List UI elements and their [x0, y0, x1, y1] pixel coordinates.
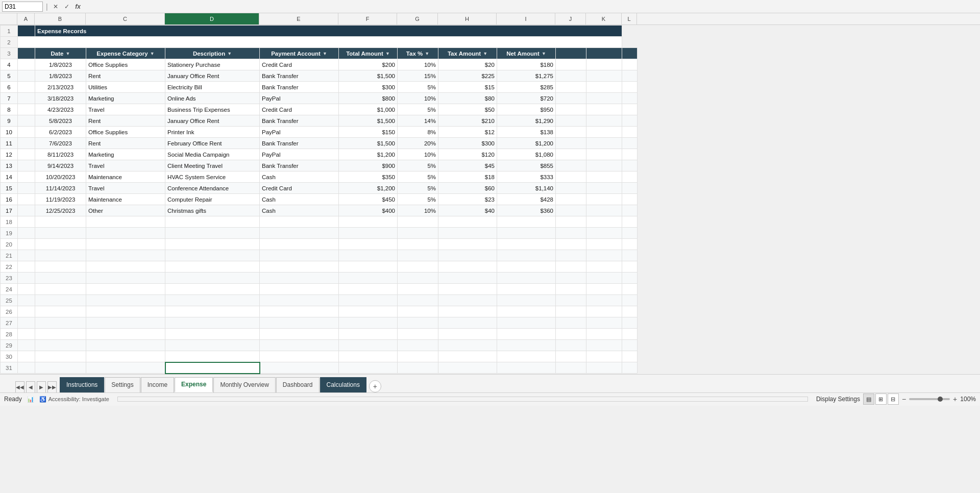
cell-15-tax-pct[interactable]: 5% — [398, 183, 438, 194]
cell-28-1[interactable] — [35, 329, 86, 340]
cell-29-4[interactable] — [260, 340, 339, 351]
zoom-slider[interactable] — [909, 398, 950, 400]
cell-7-date[interactable]: 3/18/2023 — [35, 93, 86, 104]
cell-8-k[interactable] — [586, 104, 622, 115]
cell-18-6[interactable] — [398, 216, 438, 228]
cell-6-tax-pct[interactable]: 5% — [398, 82, 438, 93]
cell-13-total[interactable]: $900 — [339, 160, 398, 171]
cell-21-3[interactable] — [165, 250, 260, 261]
cell-8-net[interactable]: $950 — [497, 104, 556, 115]
cell-29-5[interactable] — [339, 340, 398, 351]
cell-28-8[interactable] — [497, 329, 556, 340]
cell-29-11[interactable] — [622, 340, 638, 351]
cell-22-5[interactable] — [339, 261, 398, 273]
cell-5-a[interactable] — [18, 70, 35, 82]
add-sheet-button[interactable]: + — [369, 380, 381, 392]
cell-22-3[interactable] — [165, 261, 260, 273]
cell-17-j[interactable] — [556, 205, 586, 216]
cell-9-total[interactable]: $1,500 — [339, 115, 398, 127]
cell-27-10[interactable] — [586, 317, 622, 329]
cell-10-category[interactable]: Office Supplies — [86, 127, 165, 138]
cell-7-net[interactable]: $720 — [497, 93, 556, 104]
cell-24-4[interactable] — [260, 284, 339, 295]
cell-6-net[interactable]: $285 — [497, 82, 556, 93]
cell-6-l[interactable] — [622, 82, 638, 93]
cell-11-tax-amt[interactable]: $300 — [438, 138, 497, 149]
cell-6-tax-amt[interactable]: $15 — [438, 82, 497, 93]
cell-24-0[interactable] — [18, 284, 35, 295]
cell-28-4[interactable] — [260, 329, 339, 340]
header-description[interactable]: Description▼ — [165, 48, 260, 59]
cell-26-8[interactable] — [497, 306, 556, 317]
cell-22-1[interactable] — [35, 261, 86, 273]
cell-7-l[interactable] — [622, 93, 638, 104]
cell-21-2[interactable] — [86, 250, 165, 261]
col-header-b[interactable]: B — [35, 13, 86, 24]
tax-amt-dropdown-icon[interactable]: ▼ — [483, 51, 487, 56]
cell-8-tax-pct[interactable]: 5% — [398, 104, 438, 115]
cell-14-a[interactable] — [18, 171, 35, 183]
cell-12-tax-pct[interactable]: 10% — [398, 149, 438, 160]
cell-12-total[interactable]: $1,200 — [339, 149, 398, 160]
cell-29-2[interactable] — [86, 340, 165, 351]
cell-26-1[interactable] — [35, 306, 86, 317]
cell-31-11[interactable] — [622, 362, 638, 374]
cell-12-a[interactable] — [18, 149, 35, 160]
cell-12-j[interactable] — [556, 149, 586, 160]
cell-24-9[interactable] — [556, 284, 586, 295]
cell-8-date[interactable]: 4/23/2023 — [35, 104, 86, 115]
cell-30-10[interactable] — [586, 351, 622, 362]
cell-19-3[interactable] — [165, 228, 260, 239]
cell-6-payment[interactable]: Bank Transfer — [260, 82, 339, 93]
col-header-j[interactable]: J — [555, 13, 586, 24]
cell-10-description[interactable]: Printer Ink — [165, 127, 260, 138]
cell-28-0[interactable] — [18, 329, 35, 340]
cell-25-1[interactable] — [35, 295, 86, 306]
tab-settings[interactable]: Settings — [105, 377, 140, 392]
cell-13-net[interactable]: $855 — [497, 160, 556, 171]
cell-22-2[interactable] — [86, 261, 165, 273]
cell-10-date[interactable]: 6/2/2023 — [35, 127, 86, 138]
cell-7-tax-pct[interactable]: 10% — [398, 93, 438, 104]
cell-10-payment[interactable]: PayPal — [260, 127, 339, 138]
cell-17-total[interactable]: $400 — [339, 205, 398, 216]
cell-6-a[interactable] — [18, 82, 35, 93]
cell-23-5[interactable] — [339, 273, 398, 284]
cell-19-1[interactable] — [35, 228, 86, 239]
tab-dashboard[interactable]: Dashboard — [276, 377, 320, 392]
cell-30-5[interactable] — [339, 351, 398, 362]
cell-13-j[interactable] — [556, 160, 586, 171]
cell-20-11[interactable] — [622, 239, 638, 250]
cell-19-9[interactable] — [556, 228, 586, 239]
cell-27-5[interactable] — [339, 317, 398, 329]
col-header-i[interactable]: I — [497, 13, 555, 24]
cell-25-7[interactable] — [438, 295, 497, 306]
cell-12-date[interactable]: 8/11/2023 — [35, 149, 86, 160]
cell-18-3[interactable] — [165, 216, 260, 228]
cell-18-11[interactable] — [622, 216, 638, 228]
description-dropdown-icon[interactable]: ▼ — [227, 51, 232, 56]
cell-30-9[interactable] — [556, 351, 586, 362]
cell-9-net[interactable]: $1,290 — [497, 115, 556, 127]
cell-31-9[interactable] — [556, 362, 586, 374]
workbook-stats-icon[interactable]: 📊 — [26, 395, 35, 404]
cell-16-date[interactable]: 11/19/2023 — [35, 194, 86, 205]
cell-14-description[interactable]: HVAC System Service — [165, 171, 260, 183]
cell-17-net[interactable]: $360 — [497, 205, 556, 216]
cell-8-a[interactable] — [18, 104, 35, 115]
cell-23-6[interactable] — [398, 273, 438, 284]
cell-18-10[interactable] — [586, 216, 622, 228]
cell-11-tax-pct[interactable]: 20% — [398, 138, 438, 149]
cell-10-k[interactable] — [586, 127, 622, 138]
cell-26-6[interactable] — [398, 306, 438, 317]
cell-19-11[interactable] — [622, 228, 638, 239]
cell-6-j[interactable] — [556, 82, 586, 93]
cell-14-k[interactable] — [586, 171, 622, 183]
cell-30-8[interactable] — [497, 351, 556, 362]
cell-6-description[interactable]: Electricity Bill — [165, 82, 260, 93]
cell-26-11[interactable] — [622, 306, 638, 317]
cell-25-2[interactable] — [86, 295, 165, 306]
page-layout-btn[interactable]: ⊞ — [875, 393, 887, 405]
cell-30-7[interactable] — [438, 351, 497, 362]
cell-13-description[interactable]: Client Meeting Travel — [165, 160, 260, 171]
